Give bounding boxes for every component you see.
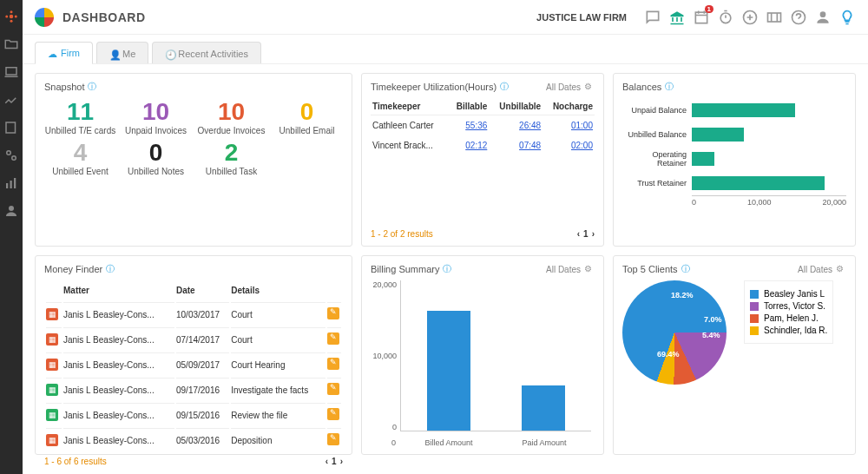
edit-icon[interactable] <box>327 408 339 420</box>
cell-name: Cathleen Carter <box>371 115 448 136</box>
legend-item: Torres, Victor S. <box>750 301 827 311</box>
snapshot-item[interactable]: 4Unbilled Event <box>44 139 116 176</box>
pager-page: 1 <box>332 457 337 466</box>
legend-item: Schindler, Ida R. <box>750 326 827 335</box>
cell-matter[interactable]: Janis L Beasley-Cons... <box>63 327 174 351</box>
nav-settings-icon[interactable] <box>3 148 19 163</box>
help-icon[interactable]: ⓘ <box>681 263 690 275</box>
bar <box>522 385 565 431</box>
svg-point-4 <box>10 20 13 23</box>
main: DASHBOARD JUSTICE LAW FIRM 1 ☁Firm 👤Me 🕘… <box>23 0 868 474</box>
edit-icon[interactable] <box>327 332 339 345</box>
tab-recent[interactable]: 🕘Recent Activities <box>152 42 261 64</box>
pie-slice-label: 69.4% <box>657 350 680 359</box>
edit-icon[interactable] <box>327 433 339 445</box>
cell-unbillable[interactable]: 07:48 <box>489 135 542 155</box>
edit-icon[interactable] <box>327 383 339 395</box>
snapshot-item[interactable]: 0Unbilled Email <box>271 98 343 135</box>
help-icon[interactable]: ⓘ <box>106 263 115 275</box>
pie-slice-label: 18.2% <box>671 291 694 300</box>
snapshot-value: 10 <box>195 98 267 126</box>
calendar-icon: ▦ <box>46 333 58 346</box>
bank-icon[interactable] <box>668 9 686 26</box>
help-icon[interactable]: ⓘ <box>665 81 674 93</box>
help-icon[interactable]: ⓘ <box>443 263 451 275</box>
nav-chart-icon[interactable] <box>3 92 19 108</box>
cell-date: 07/14/2017 <box>176 327 229 351</box>
pager-prev[interactable]: ‹ <box>577 229 580 239</box>
pager-text: 1 - 2 of 2 results <box>371 229 433 239</box>
gear-icon[interactable]: ⚙ <box>836 264 846 274</box>
gear-icon[interactable]: ⚙ <box>584 82 595 92</box>
pager-next[interactable]: › <box>592 229 595 239</box>
tab-me[interactable]: 👤Me <box>96 42 148 64</box>
video-icon[interactable] <box>766 9 783 26</box>
nav-book-icon[interactable] <box>3 120 19 135</box>
calendar-icon: ▦ <box>46 434 58 446</box>
app-logo-icon <box>35 8 54 27</box>
filter-label[interactable]: All Dates <box>546 265 581 274</box>
table-row: Cathleen Carter55:3626:4801:00 <box>371 115 595 136</box>
cell-nocharge[interactable]: 01:00 <box>542 115 595 136</box>
table-row: ▦Janis L Beasley-Cons...09/15/2016Review… <box>46 403 341 426</box>
page-title: DASHBOARD <box>62 10 146 24</box>
cell-matter[interactable]: Janis L Beasley-Cons... <box>63 352 174 376</box>
gear-icon[interactable]: ⚙ <box>584 264 595 274</box>
cell-billable[interactable]: 55:36 <box>448 115 489 136</box>
balance-bar: Unbilled Balance <box>622 122 846 147</box>
calendar-icon: ▦ <box>46 359 58 371</box>
cell-nocharge[interactable]: 02:00 <box>542 135 595 155</box>
snapshot-label: Unbilled Task <box>195 167 267 176</box>
cell-details: Court Hearing <box>231 352 326 376</box>
tab-label: Me <box>122 49 135 59</box>
tab-firm[interactable]: ☁Firm <box>35 42 93 64</box>
balance-label: Unbilled Balance <box>622 130 692 139</box>
topbar: DASHBOARD JUSTICE LAW FIRM 1 <box>23 0 868 35</box>
table-row: ▦Janis L Beasley-Cons...05/09/2017Court … <box>46 352 341 376</box>
pager-page: 1 <box>583 229 589 239</box>
nav-folder-icon[interactable] <box>3 36 19 52</box>
edit-icon[interactable] <box>327 307 339 319</box>
snapshot-item[interactable]: 11Unbilled T/E cards <box>44 98 116 135</box>
filter-label[interactable]: All Dates <box>798 265 832 274</box>
pager-prev[interactable]: ‹ <box>326 457 328 466</box>
help-icon[interactable] <box>790 9 807 26</box>
nav-user-icon[interactable] <box>3 203 19 219</box>
nav-laptop-icon[interactable] <box>3 64 19 80</box>
cell-matter[interactable]: Janis L Beasley-Cons... <box>63 378 174 401</box>
cell-date: 05/03/2016 <box>176 428 229 451</box>
cell-unbillable[interactable]: 26:48 <box>489 115 542 136</box>
calendar-icon[interactable]: 1 <box>693 9 710 26</box>
cell-billable[interactable]: 02:12 <box>448 135 489 155</box>
cell-details: Investigate the facts <box>231 378 326 401</box>
filter-label[interactable]: All Dates <box>546 82 581 92</box>
snapshot-item[interactable]: 10Unpaid Invoices <box>120 98 192 135</box>
snapshot-item[interactable]: 0Unbilled Notes <box>120 139 192 176</box>
pie-container: 69.4% 18.2% 7.0% 5.4% Beasley Janis LTor… <box>622 280 846 393</box>
nav-dashboard-icon[interactable] <box>3 9 19 24</box>
content-grid: Snapshotⓘ 11Unbilled T/E cards10Unpaid I… <box>23 63 868 474</box>
snapshot-item[interactable]: 2Unbilled Task <box>195 139 267 176</box>
cell-matter[interactable]: Janis L Beasley-Cons... <box>63 428 174 451</box>
snapshot-item[interactable]: 10Overdue Invoices <box>195 98 267 135</box>
balances-chart: Unpaid BalanceUnbilled BalanceOperating … <box>622 98 846 239</box>
help-icon[interactable]: ⓘ <box>88 81 96 93</box>
legend-item: Pam, Helen J. <box>750 313 827 323</box>
user-icon: 👤 <box>109 49 118 58</box>
timer-icon[interactable] <box>717 9 734 26</box>
help-icon[interactable]: ⓘ <box>500 81 509 93</box>
table-row: ▦Janis L Beasley-Cons...07/14/2017Court <box>46 327 341 351</box>
panel-title: Snapshot <box>44 82 84 92</box>
timekeeper-panel: Timekeeper Utilization(Hours)ⓘ All Dates… <box>361 73 604 247</box>
tab-bar: ☁Firm 👤Me 🕘Recent Activities <box>23 35 868 64</box>
add-icon[interactable] <box>741 9 759 26</box>
cell-matter[interactable]: Janis L Beasley-Cons... <box>63 302 174 326</box>
edit-icon[interactable] <box>327 358 339 370</box>
profile-icon[interactable] <box>814 9 832 26</box>
bulb-icon[interactable] <box>838 9 856 26</box>
chat-icon[interactable] <box>644 9 661 26</box>
balance-label: Trust Retainer <box>622 179 692 188</box>
pager-next[interactable]: › <box>340 457 343 466</box>
nav-reports-icon[interactable] <box>3 175 19 191</box>
cell-matter[interactable]: Janis L Beasley-Cons... <box>63 403 174 426</box>
